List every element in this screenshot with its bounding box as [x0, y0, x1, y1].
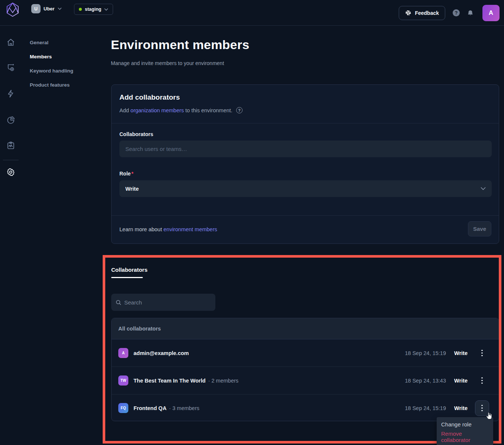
- top-bar-actions: Feedback ? A: [399, 0, 500, 26]
- subnav-item-general[interactable]: General: [30, 40, 48, 45]
- feedback-button[interactable]: Feedback: [399, 6, 445, 20]
- feedback-label: Feedback: [415, 10, 439, 16]
- tab-active-underline: [111, 277, 143, 278]
- desc-prefix: Add: [119, 107, 129, 113]
- row-meta: 18 Sep 24, 15:19 Write: [405, 345, 489, 361]
- add-collaborators-card: Add collaborators Add organization membe…: [111, 84, 499, 244]
- user-avatar[interactable]: A: [482, 5, 500, 21]
- page-subtitle: Manage and invite members to your enviro…: [111, 60, 224, 66]
- app-root: U Uber staging Feedback ? A: [0, 0, 504, 445]
- row-meta: 18 Sep 24, 15:19 Write: [405, 400, 489, 416]
- row-actions-menu-button[interactable]: [475, 373, 489, 388]
- help-icon[interactable]: ?: [453, 9, 460, 16]
- environment-selector[interactable]: staging: [74, 4, 113, 15]
- search-icon: [116, 300, 121, 305]
- member-count: · 2 members: [208, 378, 238, 384]
- avatar: FQ: [118, 403, 128, 413]
- collaborator-name: The Best Team In The World: [134, 378, 206, 384]
- menu-item-remove-collaborator[interactable]: Remove collaborator: [437, 429, 493, 445]
- pie-chart-icon[interactable]: [6, 116, 15, 125]
- top-bar: U Uber staging Feedback ? A: [0, 0, 504, 26]
- chevron-down-icon: [481, 187, 486, 190]
- org-name: Uber: [44, 6, 55, 12]
- role-badge: Write: [454, 350, 470, 356]
- row-actions-context-menu: Change role Remove collaborator: [437, 417, 493, 445]
- collaborators-table: All collaborators A admin@example.com 18…: [111, 318, 499, 421]
- avatar: TW: [118, 375, 128, 386]
- collaborator-name: admin@example.com: [134, 350, 189, 356]
- home-icon[interactable]: [6, 38, 15, 47]
- subnav-item-product-features[interactable]: Product features: [30, 82, 70, 88]
- collaborators-search-input[interactable]: [124, 299, 211, 306]
- card-description: Add organization members to this environ…: [119, 107, 243, 113]
- avatar: A: [118, 348, 128, 358]
- save-button[interactable]: Save: [468, 221, 491, 236]
- environment-members-link[interactable]: environment members: [164, 226, 217, 232]
- chevron-down-icon: [104, 8, 108, 11]
- table-header: All collaborators: [112, 318, 499, 339]
- divider: [112, 123, 499, 123]
- member-count: · 3 members: [169, 405, 199, 411]
- learn-more-prefix: Learn more about: [119, 226, 164, 232]
- chevron-down-icon: [58, 7, 62, 10]
- settings-gear-icon[interactable]: [6, 168, 15, 177]
- table-row[interactable]: TW The Best Team In The World · 2 member…: [112, 367, 499, 394]
- subnav-item-keyword-handling[interactable]: Keyword handling: [30, 68, 73, 74]
- row-actions-menu-button[interactable]: [475, 345, 489, 361]
- table-row[interactable]: A admin@example.com 18 Sep 24, 15:19 Wri…: [112, 339, 499, 367]
- help-ring-icon[interactable]: ?: [236, 107, 243, 113]
- added-date: 18 Sep 24, 15:19: [405, 350, 446, 356]
- role-label-text: Role: [119, 171, 131, 177]
- row-actions-menu-button[interactable]: [475, 400, 489, 416]
- page-title: Environment members: [111, 38, 249, 52]
- collaborators-search[interactable]: [111, 294, 215, 311]
- lightning-icon[interactable]: [6, 89, 15, 98]
- subnav-item-members[interactable]: Members: [30, 54, 52, 59]
- role-badge: Write: [454, 378, 470, 384]
- organization-members-link[interactable]: organization members: [131, 107, 184, 113]
- table-rows: A admin@example.com 18 Sep 24, 15:19 Wri…: [112, 339, 499, 421]
- org-switcher[interactable]: U Uber: [31, 4, 62, 13]
- desc-suffix: to this environment.: [185, 107, 232, 113]
- environment-name: staging: [85, 7, 101, 12]
- added-date: 18 Sep 24, 13:43: [405, 378, 446, 384]
- menu-item-change-role[interactable]: Change role: [437, 420, 493, 429]
- role-badge: Write: [454, 405, 470, 411]
- collaborators-field-label: Collaborators: [119, 131, 153, 137]
- learn-more-text: Learn more about environment members: [119, 226, 217, 232]
- card-title: Add collaborators: [119, 93, 180, 101]
- added-date: 18 Sep 24, 15:19: [405, 405, 446, 411]
- app-logo-icon[interactable]: [4, 1, 22, 19]
- org-avatar: U: [31, 4, 41, 13]
- monitoring-clipboard-icon[interactable]: [6, 141, 15, 150]
- tab-collaborators[interactable]: Collaborators: [111, 267, 148, 273]
- environment-status-dot: [79, 8, 82, 11]
- role-select[interactable]: Write: [119, 180, 492, 197]
- role-field-label: Role*: [119, 171, 134, 177]
- role-select-value: Write: [125, 186, 139, 192]
- notifications-bell-icon[interactable]: [467, 10, 473, 16]
- keyword-flag-add-icon[interactable]: [6, 63, 15, 72]
- slack-icon: [405, 10, 411, 16]
- row-meta: 18 Sep 24, 13:43 Write: [405, 373, 489, 388]
- icon-rail: [0, 26, 22, 445]
- required-asterisk: *: [131, 171, 133, 177]
- collaborators-search-input[interactable]: [119, 141, 492, 157]
- divider: [112, 215, 499, 216]
- collaborator-name: Frontend QA: [134, 405, 167, 411]
- rail-divider: [3, 160, 19, 160]
